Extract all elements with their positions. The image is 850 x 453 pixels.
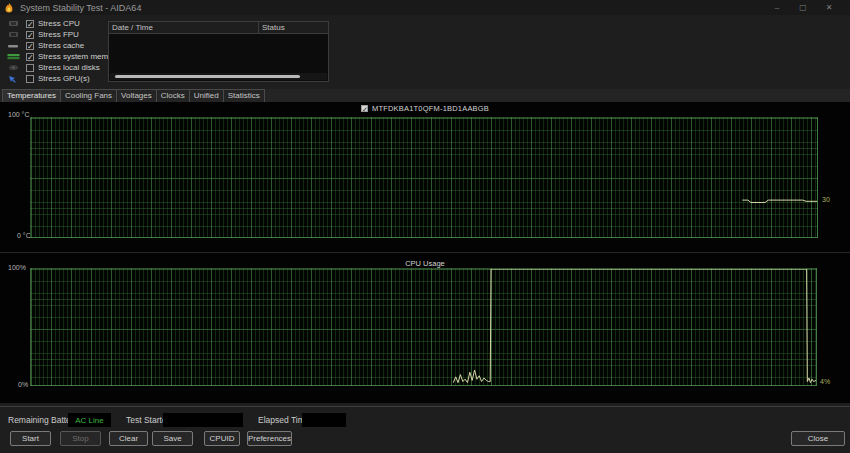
close-icon[interactable]: ✕	[816, 0, 842, 15]
stress-fpu-checkbox[interactable]: ✓	[26, 31, 34, 39]
stress-cache-checkbox[interactable]: ✓	[26, 42, 34, 50]
temperature-series-line	[31, 118, 817, 237]
tab-voltages[interactable]: Voltages	[116, 89, 157, 102]
tab-temperatures[interactable]: Temperatures	[2, 89, 61, 102]
stress-cache-row: ✓ Stress cache	[6, 40, 119, 51]
stress-cache-label: Stress cache	[38, 41, 84, 50]
close-button[interactable]: Close	[791, 431, 845, 446]
temp-axis-min-label: 0 °C	[17, 232, 31, 239]
title-bar: System Stability Test - AIDA64 – ▢ ✕	[0, 0, 850, 15]
charts-area: ✓ MTFDKBA1T0QFM-1BD1AABGB 100 °C 0 °C 30…	[0, 102, 850, 403]
horizontal-scrollbar[interactable]	[110, 73, 327, 80]
scrollbar-thumb[interactable]	[115, 75, 300, 78]
aida64-flame-icon	[4, 3, 14, 13]
stress-cpu-label: Stress CPU	[38, 19, 80, 28]
stress-fpu-row: ✓ Stress FPU	[6, 29, 119, 40]
stress-disks-row: Stress local disks	[6, 62, 119, 73]
remaining-battery-value: AC Line	[68, 413, 111, 427]
tab-statistics[interactable]: Statistics	[223, 89, 265, 102]
save-button[interactable]: Save	[152, 431, 193, 446]
stress-disks-checkbox[interactable]	[26, 64, 34, 72]
gpu-icon	[6, 75, 20, 83]
chart-divider	[0, 252, 850, 253]
start-button[interactable]: Start	[10, 431, 51, 446]
stress-gpus-label: Stress GPU(s)	[38, 74, 90, 83]
maximize-icon[interactable]: ▢	[790, 0, 816, 15]
cpu-icon	[6, 20, 20, 28]
legend-checkbox[interactable]: ✓	[361, 105, 368, 112]
stress-gpus-checkbox[interactable]	[26, 75, 34, 83]
tab-bar: Temperatures Cooling Fans Voltages Clock…	[0, 89, 850, 102]
stress-cpu-row: ✓ Stress CPU	[6, 18, 119, 29]
button-row: Start Stop Clear Save CPUID Preferences …	[0, 431, 850, 447]
cache-icon	[6, 42, 20, 50]
test-started-value	[163, 413, 243, 427]
stress-memory-checkbox[interactable]: ✓	[26, 53, 34, 61]
clear-button[interactable]: Clear	[109, 431, 148, 446]
stress-memory-row: ✓ Stress system memory	[6, 51, 119, 62]
stress-cpu-checkbox[interactable]: ✓	[26, 20, 34, 28]
temperature-legend: ✓ MTFDKBA1T0QFM-1BD1AABGB	[0, 104, 850, 113]
fpu-icon	[6, 31, 20, 39]
tab-unified[interactable]: Unified	[189, 89, 224, 102]
column-date-time[interactable]: Date / Time	[109, 22, 259, 33]
cpu-axis-max-label: 100%	[8, 264, 26, 271]
stress-options-list: ✓ Stress CPU ✓ Stress FPU ✓ Stress cache…	[6, 18, 119, 84]
bottom-divider	[0, 406, 850, 407]
event-log-body	[109, 34, 328, 72]
cpu-usage-title: CPU Usage	[0, 259, 850, 268]
event-log-table: Date / Time Status	[108, 21, 329, 82]
window-title: System Stability Test - AIDA64	[20, 3, 141, 13]
stress-fpu-label: Stress FPU	[38, 30, 79, 39]
temp-current-value-label: 30	[822, 196, 830, 203]
minimize-icon[interactable]: –	[764, 0, 790, 15]
stress-disks-label: Stress local disks	[38, 63, 100, 72]
tab-cooling-fans[interactable]: Cooling Fans	[60, 89, 117, 102]
tab-clocks[interactable]: Clocks	[156, 89, 190, 102]
column-status[interactable]: Status	[259, 22, 328, 33]
event-log-header: Date / Time Status	[109, 22, 328, 34]
cpu-axis-min-label: 0%	[18, 381, 28, 388]
disk-icon	[6, 64, 20, 72]
cpu-current-value-label: 4%	[820, 378, 830, 385]
temperature-plot	[30, 117, 818, 238]
legend-label: MTFDKBA1T0QFM-1BD1AABGB	[372, 104, 489, 113]
cpu-usage-series-line	[31, 269, 816, 385]
memory-icon	[6, 53, 20, 61]
temp-axis-max-label: 100 °C	[8, 111, 29, 118]
cpuid-button[interactable]: CPUID	[204, 431, 240, 446]
cpu-usage-plot	[30, 268, 817, 386]
stop-button[interactable]: Stop	[60, 431, 101, 446]
preferences-button[interactable]: Preferences	[247, 431, 292, 446]
status-row: Remaining Battery: AC Line Test Started:…	[0, 413, 850, 428]
stress-gpus-row: Stress GPU(s)	[6, 73, 119, 84]
elapsed-time-value	[302, 413, 346, 427]
